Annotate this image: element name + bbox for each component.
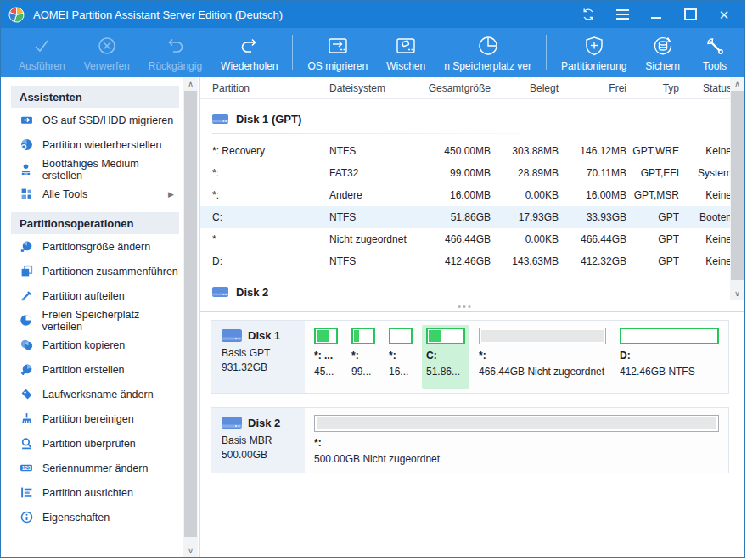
column-header-free[interactable]: Frei	[559, 82, 626, 94]
maximize-button[interactable]	[683, 8, 697, 21]
sidebar-item-properties[interactable]: Eigenschaften	[11, 505, 179, 529]
close-button[interactable]: ✕	[717, 8, 731, 21]
allocate-free-space-button[interactable]: n Speicherplatz ver	[435, 28, 541, 77]
partition-block-unallocated[interactable]: *: 466.44GB Nicht zugeordnet	[475, 325, 610, 389]
disk-group-header[interactable]: Disk 1 (GPT)	[200, 106, 744, 132]
sidebar-item-resize-partition[interactable]: Partitionsgröße ändern	[11, 234, 179, 259]
disk-style: Basis GPT	[222, 347, 300, 359]
table-row[interactable]: *Nicht zugeordnet466.44GB0.00KB466.44GBG…	[200, 228, 744, 250]
disk-name: Disk 2	[248, 417, 280, 429]
partition-block[interactable]: *: 99...	[347, 325, 379, 389]
table-row[interactable]: *: RecoveryNTFS450.00MB303.88MB146.12MBG…	[200, 140, 744, 162]
sidebar-item-label: Partitionsgröße ändern	[42, 241, 150, 253]
disk-icon	[212, 286, 228, 298]
scrollbar-thumb[interactable]	[184, 91, 197, 537]
table-row[interactable]: D:NTFS412.46GB143.63MB412.32GBGPTKeine	[200, 250, 744, 272]
partition-block[interactable]: D: 412.46GB NTFS	[615, 325, 723, 389]
sidebar-item-label: Bootfähiges Medium erstellen	[42, 158, 179, 182]
sidebar-item-change-label[interactable]: Laufwerksname ändern	[11, 382, 179, 406]
usage-bar	[389, 328, 413, 344]
sidebar-item-migrate-os[interactable]: OS auf SSD/HDD migrieren	[11, 108, 179, 132]
sidebar-item-label: Partition bereinigen	[42, 413, 134, 425]
sidebar-scrollbar[interactable]: ∧ ∨	[183, 77, 198, 557]
sidebar-item-all-tools[interactable]: Alle Tools ▶	[11, 182, 179, 206]
pie-chart-icon	[476, 33, 500, 59]
scroll-up-icon[interactable]: ∧	[183, 77, 198, 91]
group-divider	[212, 133, 522, 134]
toolbar-divider	[292, 35, 293, 70]
usage-bar	[314, 415, 719, 432]
partition-block[interactable]: *: ... 45...	[310, 325, 342, 389]
partition-block[interactable]: *: 16...	[385, 325, 417, 389]
partitioning-button[interactable]: Partitionierung	[552, 28, 636, 77]
sidebar-item-align-partition[interactable]: Partition ausrichten	[11, 480, 179, 505]
menu-icon[interactable]	[615, 8, 629, 21]
sidebar-item-bootable-media[interactable]: Bootfähiges Medium erstellen	[11, 157, 179, 182]
table-row[interactable]: *:Andere16.00MB0.00KB16.00MBGPT,MSRKeine	[200, 184, 744, 206]
scroll-down-icon[interactable]: ∨	[730, 287, 744, 300]
disk-icon	[222, 416, 242, 430]
panel-splitter[interactable]: •••	[200, 300, 730, 311]
sidebar-item-allocate-free-space[interactable]: Freien Speicherplatz verteilen	[11, 308, 179, 333]
check-partition-icon	[20, 437, 33, 451]
content-area: Partition Dateisystem Gesamtgröße Belegt…	[200, 77, 744, 557]
undo-button: Rückgängig	[139, 28, 211, 77]
partition-block-unallocated[interactable]: *: 500.00GB Nicht zugeordnet	[310, 412, 723, 468]
redo-button[interactable]: Wiederholen	[211, 28, 287, 77]
column-header-used[interactable]: Belegt	[491, 82, 559, 94]
column-header-partition[interactable]: Partition	[200, 82, 329, 94]
sidebar-item-label: OS auf SSD/HDD migrieren	[42, 115, 173, 126]
sidebar-item-label: Partition aufteilen	[42, 290, 125, 302]
table-scrollbar[interactable]: ∧ ∨	[730, 77, 744, 300]
table-row-selected[interactable]: C:NTFS51.86GB17.93GB33.93GBGPTBooten	[200, 206, 744, 228]
scrollbar-thumb[interactable]	[731, 91, 744, 280]
wipe-button[interactable]: Wischen	[377, 28, 435, 77]
backup-button[interactable]: Sichern	[636, 28, 689, 77]
toolbar: Ausführen Verwerfen Rückgängig Wiederhol…	[1, 28, 744, 77]
minimize-button[interactable]	[649, 8, 663, 21]
sidebar-item-split-partition[interactable]: Partition aufteilen	[11, 283, 179, 308]
scroll-down-icon[interactable]: ∨	[183, 544, 198, 557]
title-bar: AOMEI Partition Assistant Server Edition…	[1, 1, 744, 28]
disk-card: Disk 2 Basis MBR 500.00GB *: 500.00GB Ni…	[211, 407, 729, 473]
partition-block-selected[interactable]: C: 51.86...	[422, 325, 469, 389]
split-partition-icon	[20, 289, 33, 303]
tools-button[interactable]: Tools	[694, 28, 736, 77]
disk-info[interactable]: Disk 2 Basis MBR 500.00GB	[211, 408, 305, 473]
sidebar-item-check-partition[interactable]: Partition überprüfen	[11, 431, 179, 456]
create-partition-icon	[20, 363, 33, 377]
sidebar-item-create-partition[interactable]: Partition erstellen	[11, 357, 179, 382]
properties-icon	[20, 511, 33, 524]
column-header-type[interactable]: Typ	[626, 82, 679, 94]
restore-partition-icon	[20, 138, 33, 152]
column-header-status[interactable]: Status	[679, 82, 732, 94]
resize-partition-icon	[20, 240, 33, 254]
migrate-os-button[interactable]: OS migrieren	[298, 28, 377, 77]
sync-icon[interactable]	[581, 8, 595, 21]
partition-table: Partition Dateisystem Gesamtgröße Belegt…	[200, 77, 744, 312]
disk-map-panel: Disk 1 Basis GPT 931.32GB *: ... 45...	[200, 312, 744, 557]
scroll-up-icon[interactable]: ∧	[730, 77, 744, 91]
sidebar-item-merge-partitions[interactable]: Partitionen zusammenführen	[11, 259, 179, 283]
shield-plus-icon	[582, 33, 606, 59]
sidebar: Assistenten OS auf SSD/HDD migrieren Par…	[1, 77, 200, 557]
sidebar-item-change-serial[interactable]: 123 Seriennummer ändern	[11, 456, 179, 480]
sidebar-item-wipe-partition[interactable]: Partition bereinigen	[11, 406, 179, 431]
sidebar-section-wizards: Assistenten	[11, 86, 179, 108]
change-label-icon	[20, 388, 33, 401]
sidebar-item-label: Partition kopieren	[42, 339, 125, 351]
apply-button: Ausführen	[9, 28, 75, 77]
backup-sync-icon	[651, 33, 675, 59]
app-logo-icon	[8, 7, 25, 23]
sidebar-item-label: Freien Speicherplatz verteilen	[42, 309, 179, 333]
column-header-filesystem[interactable]: Dateisystem	[329, 82, 418, 94]
redo-icon	[238, 33, 261, 59]
column-header-total-size[interactable]: Gesamtgröße	[418, 82, 491, 94]
sidebar-item-restore-partition[interactable]: Partition wiederherstellen	[11, 132, 179, 157]
table-row[interactable]: *:FAT3299.00MB28.89MB70.11MBGPT,EFISyste…	[200, 162, 744, 184]
partition-blocks: *: 500.00GB Nicht zugeordnet	[305, 408, 728, 473]
sidebar-item-copy-partition[interactable]: Partition kopieren	[11, 333, 179, 357]
disk-info[interactable]: Disk 1 Basis GPT 931.32GB	[211, 321, 305, 393]
copy-partition-icon	[20, 339, 33, 352]
disk-name: Disk 1	[248, 329, 280, 342]
